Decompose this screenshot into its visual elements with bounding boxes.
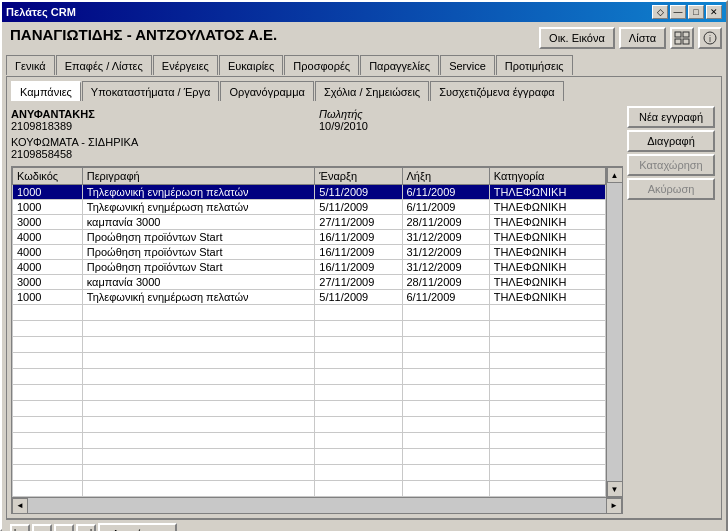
info-icon-button[interactable]: i [698, 27, 722, 49]
table-row[interactable]: 3000καμπανία 300027/11/200928/11/2009ΤΗΛ… [13, 215, 606, 230]
refresh-button[interactable]: Ανανέωση [98, 523, 177, 532]
data-table: Κωδικός Περιγραφή Έναρξη Λήξη Κατηγορία [12, 167, 606, 497]
customer-phone: 2109818389 [11, 120, 315, 132]
hscroll-track[interactable] [28, 498, 606, 513]
table-row-empty [13, 305, 606, 321]
close-button[interactable]: ✕ [706, 5, 722, 19]
bottom-bar: |◄ ◄ ▼ ▼| Ανανέωση [6, 519, 722, 531]
table-row[interactable]: 1000Τηλεφωνική ενημέρωση πελατών5/11/200… [13, 185, 606, 200]
info-category-cell: ΚΟΥΦΩΜΑΤΑ - ΣΙΔΗΡΙΚΑ 2109858458 [11, 136, 315, 160]
tab-genika[interactable]: Γενικά [6, 55, 55, 75]
customer-name: ΑΝΥΦΑΝΤΑΚΗΣ [11, 108, 315, 120]
title-bar: Πελάτες CRM ◇ — □ ✕ [2, 2, 726, 22]
table-row-empty [13, 449, 606, 465]
scroll-left-button[interactable]: ◄ [12, 498, 28, 514]
tab-ypokatastimata[interactable]: Υποκαταστήματα / Έργα [82, 81, 220, 101]
customer-code: 2109858458 [11, 148, 315, 160]
delete-button[interactable]: Διαγραφή [627, 130, 715, 152]
table-row-empty [13, 481, 606, 497]
table-row-empty [13, 465, 606, 481]
tab-organogramma[interactable]: Οργανόγραμμα [220, 81, 313, 101]
nav-prev-button[interactable]: ◄ [32, 524, 52, 532]
table-row-empty [13, 321, 606, 337]
tab-sysxetizomena[interactable]: Συσχετιζόμενα έγγραφα [430, 81, 563, 101]
cancel-button[interactable]: Ακύρωση [627, 178, 715, 200]
table-row-empty [13, 337, 606, 353]
info-name-cell: ΑΝΥΦΑΝΤΑΚΗΣ 2109818389 [11, 108, 315, 132]
scroll-track[interactable] [607, 183, 622, 481]
table-row[interactable]: 4000Προώθηση προϊόντων Start16/11/200931… [13, 230, 606, 245]
tab-contacts[interactable]: Επαφές / Λίστες [56, 55, 152, 75]
main-window: Πελάτες CRM ◇ — □ ✕ ΠΑΝΑΓΙΩΤΙΔΗΣ - ΑΝΤΖΟ… [0, 0, 728, 531]
right-panel: Νέα εγγραφή Διαγραφή Καταχώρηση Ακύρωση [627, 106, 717, 514]
data-table-container: Κωδικός Περιγραφή Έναρξη Λήξη Κατηγορία [11, 166, 623, 514]
content-area: ΠΑΝΑΓΙΩΤΙΔΗΣ - ΑΝΤΖΟΥΛΑΤΟΣ Α.Ε. Οικ. Εικ… [2, 22, 726, 531]
tab-efkeries[interactable]: Ευκαιρίες [219, 55, 283, 75]
customer-category: ΚΟΥΦΩΜΑΤΑ - ΣΙΔΗΡΙΚΑ [11, 136, 315, 148]
table-row-empty [13, 353, 606, 369]
tab-scholia[interactable]: Σχόλια / Σημειώσεις [315, 81, 429, 101]
nav-last-button[interactable]: ▼| [76, 524, 96, 532]
table-row[interactable]: 3000καμπανία 300027/11/200928/11/2009ΤΗΛ… [13, 275, 606, 290]
table-scroll[interactable]: Κωδικός Περιγραφή Έναρξη Λήξη Κατηγορία [12, 167, 606, 497]
svg-rect-1 [683, 32, 689, 37]
col-desc: Περιγραφή [82, 168, 315, 185]
scroll-down-button[interactable]: ▼ [607, 481, 623, 497]
table-row-empty [13, 417, 606, 433]
restore-button[interactable]: — [670, 5, 686, 19]
table-row-empty [13, 401, 606, 417]
info-role-cell: Πωλητής 10/9/2010 [319, 108, 623, 132]
minimize-button[interactable]: ◇ [652, 5, 668, 19]
tab-paraggelies[interactable]: Παραγγελίες [360, 55, 439, 75]
svg-rect-2 [675, 39, 681, 44]
table-row[interactable]: 1000Τηλεφωνική ενημέρωση πελατών5/11/200… [13, 290, 606, 305]
save-button[interactable]: Καταχώρηση [627, 154, 715, 176]
nav-next-button[interactable]: ▼ [54, 524, 74, 532]
tabs-row2: Καμπάνιες Υποκαταστήματα / Έργα Οργανόγρ… [11, 81, 717, 101]
new-record-button[interactable]: Νέα εγγραφή [627, 106, 715, 128]
lista-button[interactable]: Λίστα [619, 27, 666, 49]
svg-text:i: i [709, 34, 711, 44]
tab-energeies[interactable]: Ενέργειες [153, 55, 218, 75]
horizontal-scrollbar[interactable]: ◄ ► [12, 497, 622, 513]
svg-rect-0 [675, 32, 681, 37]
col-start: Έναρξη [315, 168, 402, 185]
tabs-row1: Γενικά Επαφές / Λίστες Ενέργειες Ευκαιρί… [6, 55, 722, 75]
customer-date: 10/9/2010 [319, 120, 623, 132]
tab-prosfores[interactable]: Προσφορές [284, 55, 359, 75]
table-row-empty [13, 433, 606, 449]
scroll-up-button[interactable]: ▲ [607, 167, 623, 183]
tab-protimiseis[interactable]: Προτιμήσεις [496, 55, 573, 75]
maximize-button[interactable]: □ [688, 5, 704, 19]
scroll-right-button[interactable]: ► [606, 498, 622, 514]
info-row: ΑΝΥΦΑΝΤΑΚΗΣ 2109818389 Πωλητής 10/9/2010… [11, 106, 623, 162]
vertical-scrollbar[interactable]: ▲ ▼ [606, 167, 622, 497]
col-code: Κωδικός [13, 168, 83, 185]
left-panel: ΑΝΥΦΑΝΤΑΚΗΣ 2109818389 Πωλητής 10/9/2010… [11, 106, 623, 514]
window-title: Πελάτες CRM [6, 6, 76, 18]
company-name: ΠΑΝΑΓΙΩΤΙΔΗΣ - ΑΝΤΖΟΥΛΑΤΟΣ Α.Ε. [10, 26, 277, 43]
nav-first-button[interactable]: |◄ [10, 524, 30, 532]
window-controls: ◇ — □ ✕ [652, 5, 722, 19]
svg-rect-3 [683, 39, 689, 44]
table-row[interactable]: 1000Τηλεφωνική ενημέρωση πελατών5/11/200… [13, 200, 606, 215]
tab-kampanies[interactable]: Καμπάνιες [11, 81, 81, 101]
table-row[interactable]: 4000Προώθηση προϊόντων Start16/11/200931… [13, 260, 606, 275]
tab-service[interactable]: Service [440, 55, 495, 75]
table-row-empty [13, 385, 606, 401]
grid-icon-button[interactable] [670, 27, 694, 49]
oik-eikona-button[interactable]: Οικ. Εικόνα [539, 27, 615, 49]
col-end: Λήξη [402, 168, 489, 185]
table-row-empty [13, 369, 606, 385]
table-row[interactable]: 4000Προώθηση προϊόντων Start16/11/200931… [13, 245, 606, 260]
col-cat: Κατηγορία [489, 168, 605, 185]
customer-role: Πωλητής [319, 108, 623, 120]
